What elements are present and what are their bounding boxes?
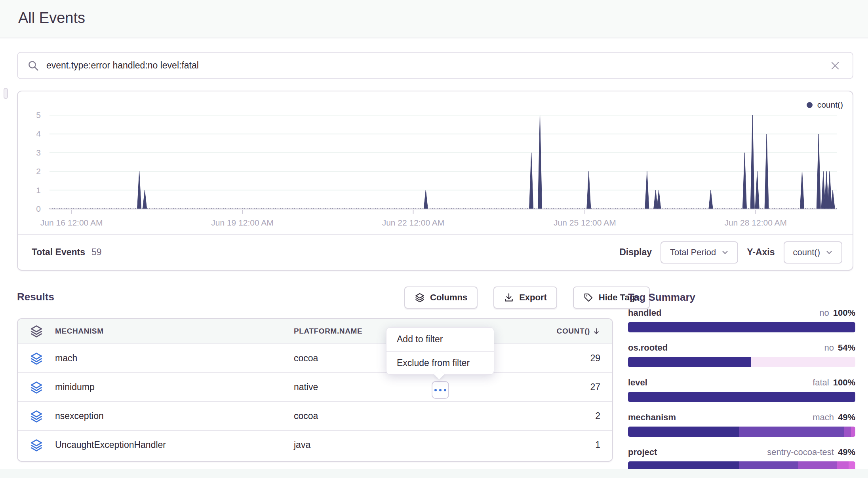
download-icon	[504, 292, 514, 303]
column-header-platform[interactable]: PLATFORM.NAME	[294, 327, 362, 336]
legend-dot	[807, 102, 813, 108]
tag-top-percent: 49%	[838, 412, 855, 423]
stack-icon[interactable]	[30, 410, 43, 423]
results-heading: Results	[17, 291, 54, 303]
cell-mechanism[interactable]: minidump	[55, 382, 294, 393]
tag-summary-panel: handledno100%os.rootedno54%levelfatal100…	[628, 308, 855, 478]
display-select[interactable]: Total Period	[661, 241, 738, 264]
row-actions-ellipsis-button[interactable]	[432, 381, 449, 399]
tag-top-percent: 100%	[833, 308, 855, 318]
chart-footer: Total Events 59 Display Total Period Y-A…	[18, 234, 853, 270]
cell-mechanism[interactable]: mach	[55, 353, 294, 364]
table-row[interactable]: UncaughtExceptionHandlerjava1	[18, 430, 612, 459]
tag-top-percent: 100%	[833, 377, 855, 388]
export-button[interactable]: Export	[493, 286, 557, 309]
tag-entry-os.rooted: os.rootedno54%	[628, 343, 855, 367]
tag-name: os.rooted	[628, 343, 668, 353]
cell-mechanism[interactable]: nsexception	[55, 411, 294, 421]
yaxis-label: Y-Axis	[747, 247, 775, 258]
svg-text:2: 2	[36, 167, 41, 176]
cell-platform[interactable]: cocoa	[294, 353, 318, 364]
columns-button[interactable]: Columns	[404, 286, 478, 309]
tag-distribution-bar	[628, 392, 855, 402]
tag-bar-segment[interactable]	[628, 357, 751, 367]
stack-icon[interactable]	[30, 381, 43, 394]
tag-bar-segment[interactable]	[751, 357, 855, 367]
chart-legend[interactable]: count()	[807, 100, 843, 110]
tag-entry-handled: handledno100%	[628, 308, 855, 332]
svg-text:1: 1	[36, 186, 41, 195]
results-table: MECHANISM PLATFORM.NAME COUNT() machcoco…	[17, 318, 613, 462]
tag-top-percent: 54%	[838, 343, 855, 353]
tag-distribution-bar	[628, 427, 855, 437]
stack-icon[interactable]	[30, 324, 43, 338]
events-chart-panel: 012345Jun 16 12:00 AMJun 19 12:00 AMJun …	[17, 91, 853, 271]
tag-top-percent: 49%	[838, 447, 855, 457]
stack-icon[interactable]	[30, 438, 43, 452]
svg-text:Jun 22 12:00 AM: Jun 22 12:00 AM	[382, 218, 445, 227]
tag-entry-project: projectsentry-cocoa-test49%	[628, 447, 855, 472]
cell-platform[interactable]: java	[294, 440, 310, 450]
tag-summary-heading: Tag Summary	[628, 291, 695, 303]
svg-text:4: 4	[36, 129, 41, 138]
sort-desc-icon	[592, 327, 600, 335]
cell-mechanism[interactable]: UncaughtExceptionHandler	[55, 440, 294, 450]
ellipsis-icon	[434, 389, 437, 391]
tag-name: level	[628, 377, 647, 388]
total-events-value: 59	[91, 247, 102, 258]
button-label: Columns	[430, 292, 467, 303]
cell-count: java1	[294, 440, 600, 450]
close-icon	[830, 60, 841, 71]
button-label: Export	[519, 292, 547, 303]
events-chart-svg: 012345Jun 16 12:00 AMJun 19 12:00 AMJun …	[18, 91, 853, 234]
display-label: Display	[619, 247, 652, 258]
tag-bar-segment[interactable]	[844, 427, 851, 437]
tag-distribution-bar	[628, 322, 855, 332]
tag-top-value: fatal	[813, 377, 829, 388]
svg-text:3: 3	[36, 148, 41, 157]
tag-top-value: no	[824, 343, 834, 353]
tag-bar-segment[interactable]	[739, 427, 844, 437]
table-row[interactable]: machcocoa29	[18, 343, 612, 372]
svg-text:Jun 19 12:00 AM: Jun 19 12:00 AM	[211, 218, 274, 227]
tag-distribution-bar	[628, 357, 855, 367]
total-events-label: Total Events	[32, 247, 85, 258]
row-context-menu: Add to filterExclude from filter	[386, 327, 494, 375]
menu-item-add-to-filter[interactable]: Add to filter	[386, 328, 494, 351]
svg-text:0: 0	[36, 204, 41, 213]
tag-icon	[583, 292, 594, 303]
cell-platform[interactable]: cocoa	[294, 411, 318, 421]
svg-text:Jun 16 12:00 AM: Jun 16 12:00 AM	[40, 218, 103, 227]
page-title: All Events	[18, 9, 85, 27]
tag-top-value: sentry-cocoa-test	[767, 447, 834, 457]
tag-name: project	[628, 447, 657, 457]
tag-entry-level: levelfatal100%	[628, 377, 855, 402]
stack-icon[interactable]	[30, 352, 43, 365]
table-row[interactable]: nsexceptioncocoa2	[18, 401, 612, 430]
yaxis-select[interactable]: count()	[784, 241, 842, 264]
tag-bar-segment[interactable]	[628, 322, 855, 332]
cell-count: cocoa2	[294, 411, 600, 421]
column-header-mechanism[interactable]: MECHANISM	[55, 327, 294, 336]
context-menu-items: Add to filterExclude from filter	[386, 328, 494, 374]
table-row[interactable]: minidumpnative27	[18, 372, 612, 401]
results-actions: ColumnsExportHide Tags	[404, 286, 650, 309]
tag-bar-segment[interactable]	[628, 392, 855, 402]
panel-drag-handle[interactable]	[4, 88, 8, 99]
tag-top-value: no	[819, 308, 829, 318]
tag-top-value: mach	[813, 412, 834, 423]
stack-icon	[415, 292, 425, 303]
cell-platform[interactable]: native	[294, 382, 318, 393]
tag-bar-segment[interactable]	[851, 427, 855, 437]
page-header: All Events	[0, 0, 868, 38]
search-input[interactable]	[46, 60, 827, 71]
legend-label: count()	[817, 100, 843, 110]
tag-name: mechanism	[628, 412, 676, 423]
clear-search-button[interactable]	[827, 58, 843, 74]
svg-text:Jun 25 12:00 AM: Jun 25 12:00 AM	[554, 218, 616, 227]
tag-name: handled	[628, 308, 661, 318]
chevron-down-icon	[826, 249, 833, 256]
bottom-strip	[0, 469, 868, 478]
table-body: machcocoa29minidumpnative27nsexceptionco…	[18, 343, 612, 459]
tag-bar-segment[interactable]	[628, 427, 739, 437]
